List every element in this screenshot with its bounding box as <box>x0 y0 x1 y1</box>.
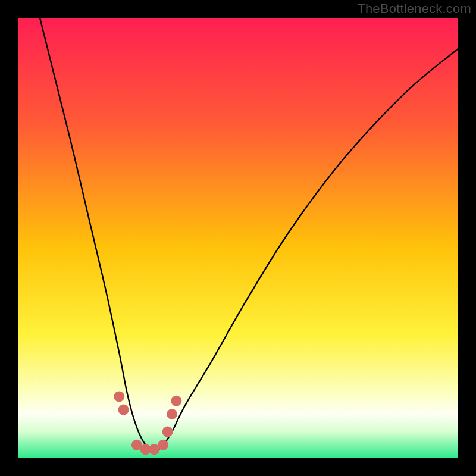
curve-layer <box>18 18 458 458</box>
bottleneck-curve <box>40 18 458 452</box>
plot-area <box>18 18 458 458</box>
marker-dot <box>118 405 129 415</box>
marker-group <box>114 391 181 455</box>
marker-dot <box>171 396 181 406</box>
marker-dot <box>158 440 168 450</box>
watermark-text: TheBottleneck.com <box>357 1 471 17</box>
marker-dot <box>167 409 177 419</box>
marker-dot <box>114 391 124 402</box>
marker-dot <box>162 427 173 437</box>
chart-frame: TheBottleneck.com <box>0 0 476 476</box>
